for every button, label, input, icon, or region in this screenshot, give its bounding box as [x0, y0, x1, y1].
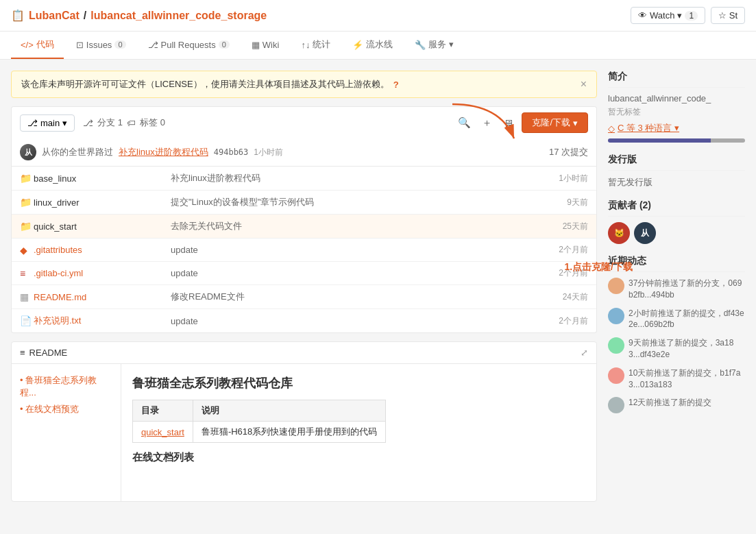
branch-selector[interactable]: ⎇ main ▾ — [20, 114, 75, 132]
file-commit-supplement: update — [171, 316, 533, 326]
eye-icon: 👁 — [638, 10, 647, 21]
readme-icon-header: ≡ — [20, 348, 25, 358]
branch-icon: ⎇ — [27, 118, 38, 128]
org-link[interactable]: LubanCat — [29, 10, 80, 22]
sidebar-contributors: 贡献者 (2) 🐱 从 — [608, 199, 745, 244]
tab-pulls[interactable]: ⎇ Pull Requests 0 — [138, 33, 239, 58]
lang-icon: ◇ — [608, 123, 615, 134]
file-name-quick-start[interactable]: quick_start — [34, 221, 171, 232]
sidebar-activity-title: 近期动态 — [608, 255, 745, 272]
clone-button[interactable]: 克隆/下载 ▾ — [522, 112, 588, 133]
activity-avatar — [608, 308, 624, 324]
watch-dropdown-icon: ▾ — [677, 10, 682, 21]
sidebar: 简介 lubancat_allwinner_code_ 暂无标签 ◇ C 等 3… — [608, 71, 745, 502]
yaml-icon: ≡ — [20, 268, 34, 279]
file-row: 📄 补充说明.txt update 2个月前 — [12, 309, 596, 332]
tag-count: 标签 0 — [140, 117, 165, 129]
add-button[interactable]: ＋ — [479, 114, 495, 132]
sidebar-lang-link[interactable]: ◇ C 等 3 种语言 ▾ — [608, 122, 745, 134]
file-name-gitattributes[interactable]: .gitattributes — [34, 245, 171, 255]
activity-text: 12天前推送了新的提交 — [629, 397, 711, 409]
branch-dropdown-icon: ▾ — [62, 118, 67, 128]
activity-avatar — [608, 337, 624, 354]
activity-item: 2小时前推送了新的提交，df43e2e...069b2fb — [608, 308, 745, 331]
contributor-avatar-1[interactable]: 🐱 — [608, 222, 630, 244]
file-row: 📁 linux_driver 提交"Linux的设备模型"章节示例代码 9天前 — [12, 191, 596, 215]
file-name-readme[interactable]: README.md — [34, 292, 171, 302]
lang-bar — [608, 138, 745, 143]
tab-pipeline[interactable]: ⚡ 流水线 — [343, 32, 402, 59]
search-button[interactable]: 🔍 — [455, 114, 474, 132]
toolbar-meta: ⎇ 分支 1 🏷 标签 0 — [83, 117, 165, 129]
branch-count-icon: ⎇ — [83, 118, 93, 128]
service-icon: 🔧 — [415, 40, 426, 50]
star-label: ☆ St — [718, 10, 737, 21]
page-header: 📋 LubanCat / lubancat_allwinner_code_sto… — [0, 0, 756, 32]
file-name-linux-driver[interactable]: linux_driver — [34, 197, 171, 208]
folder-icon: 📁 — [20, 197, 34, 208]
sidebar-release-title: 发行版 — [608, 154, 745, 171]
wiki-icon: ▦ — [252, 40, 260, 50]
file-row: ≡ .gitlab-ci.yml update 2个月前 — [12, 262, 596, 285]
file-time-linux-driver: 9天前 — [533, 197, 588, 208]
watch-count: 1 — [685, 11, 698, 21]
issues-icon: ⊡ — [76, 40, 84, 50]
folder-icon: 📁 — [20, 173, 34, 184]
warning-close-button[interactable]: × — [581, 79, 587, 90]
activity-avatar — [608, 367, 624, 384]
activity-avatar — [608, 397, 624, 413]
file-table: 📁 base_linux 补充linux进阶教程代码 1小时前 📁 linux_… — [11, 167, 597, 333]
txt-icon: 📄 — [20, 315, 34, 326]
tab-service[interactable]: 🔧 服务 ▾ — [405, 32, 463, 59]
commit-left: 从 从你的全世界路过 补充linux进阶教程代码 494bb63 1小时前 — [20, 144, 283, 160]
toolbar-right: 🔍 ＋ 🖥 克隆/下载 ▾ — [455, 112, 588, 133]
file-commit-gitattributes: update — [171, 245, 533, 255]
readme-table: 目录 说明 quick_start 鲁班猫-H618系列快速使用手册使用到的代码 — [132, 400, 386, 443]
table-header-desc: 说明 — [193, 400, 385, 422]
main-content: 该仓库未声明开源许可可证文件（LICENSE），使用请关注具体项目描述及其代码上… — [11, 71, 597, 502]
file-commit-gitlab-ci: update — [171, 268, 533, 278]
sidebar-no-tag: 暂无标签 — [608, 106, 745, 118]
sidebar-no-release: 暂无发行版 — [608, 176, 745, 189]
tab-issues[interactable]: ⊡ Issues 0 — [66, 33, 136, 58]
file-commit-linux-driver: 提交"Linux的设备模型"章节示例代码 — [171, 196, 533, 208]
repo-link[interactable]: lubancat_allwinner_code_storage — [90, 10, 267, 22]
activity-text: 9天前推送了新的提交，3a183...df43e2e — [629, 337, 745, 361]
main-layout: 该仓库未声明开源许可可证文件（LICENSE），使用请关注具体项目描述及其代码上… — [0, 60, 756, 513]
readme-icon: ▦ — [20, 291, 34, 302]
pulls-icon: ⎇ — [148, 40, 158, 50]
activity-avatar — [608, 278, 624, 294]
toc-item-main[interactable]: 鲁班猫全志系列教程... — [20, 372, 112, 401]
toolbar-left: ⎇ main ▾ ⎇ 分支 1 🏷 标签 0 — [20, 114, 165, 132]
warning-banner: 该仓库未声明开源许可可证文件（LICENSE），使用请关注具体项目描述及其代码上… — [11, 71, 597, 98]
readme-header: ≡ README ⤢ — [12, 342, 596, 364]
readme-section: ≡ README ⤢ 鲁班猫全志系列教程... 在线文档预览 鲁班猫全志系列教程… — [11, 341, 597, 502]
file-name-gitlab-ci[interactable]: .gitlab-ci.yml — [34, 268, 171, 278]
activity-text: 10天前推送了新的提交，b1f7a3...013a183 — [629, 367, 745, 391]
file-time-base-linux: 1小时前 — [533, 173, 588, 184]
tab-code[interactable]: </> 代码 — [11, 32, 64, 59]
nav-tabs: </> 代码 ⊡ Issues 0 ⎇ Pull Requests 0 ▦ Wi… — [0, 32, 756, 60]
table-cell-dir[interactable]: quick_start — [141, 427, 184, 437]
lang-c-bar — [608, 138, 711, 143]
external-link-icon[interactable]: ⤢ — [581, 348, 588, 358]
tab-wiki[interactable]: ▦ Wiki — [242, 33, 289, 58]
readme-toc: 鲁班猫全志系列教程... 在线文档预览 — [12, 364, 121, 501]
toc-item-docs[interactable]: 在线文档预览 — [20, 401, 112, 417]
star-button[interactable]: ☆ St — [711, 7, 745, 24]
watch-button[interactable]: 👁 Watch ▾ 1 — [631, 7, 705, 24]
repo-icon: 📋 — [11, 9, 25, 22]
readme-sub-title: 在线文档列表 — [132, 451, 585, 464]
stats-icon: ↑↓ — [301, 40, 310, 50]
commit-message[interactable]: 补充linux进阶教程代码 — [119, 146, 208, 158]
file-name-supplement[interactable]: 补充说明.txt — [34, 315, 171, 327]
warning-message: 该仓库未声明开源许可可证文件（LICENSE），使用请关注具体项目描述及其代码上… — [21, 78, 389, 90]
warning-question[interactable]: ? — [393, 80, 399, 90]
commit-count: 17 次提交 — [549, 146, 588, 158]
file-name-base-linux[interactable]: base_linux — [34, 173, 171, 184]
desktop-button[interactable]: 🖥 — [500, 114, 516, 132]
contributor-avatar-2[interactable]: 从 — [634, 222, 656, 244]
contributor-avatars: 🐱 从 — [608, 222, 745, 244]
pipeline-icon: ⚡ — [352, 40, 363, 50]
tab-stats[interactable]: ↑↓ 统计 — [291, 32, 340, 59]
